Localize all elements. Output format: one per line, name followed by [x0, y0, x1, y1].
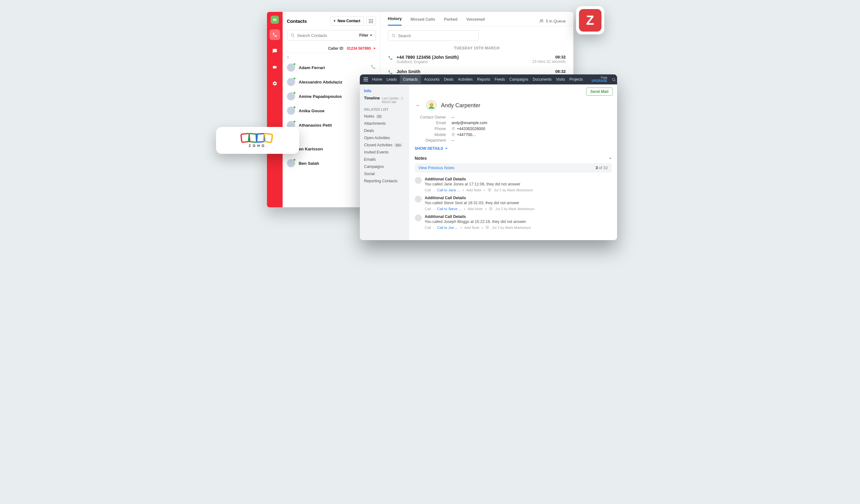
chevron-down-icon[interactable] — [609, 156, 612, 161]
user-avatar[interactable]: IM — [271, 16, 279, 24]
plan-indicator[interactable]: FreeUPGRADE — [592, 76, 607, 83]
apps-grid-button[interactable] — [367, 16, 376, 26]
menu-home[interactable]: Home — [372, 77, 382, 82]
chevron-down-icon — [373, 46, 376, 51]
menu-accounts[interactable]: Accounts — [424, 77, 440, 82]
lock-icon: ⦿ — [486, 226, 489, 230]
video-icon[interactable] — [270, 62, 280, 73]
svg-point-2 — [542, 20, 543, 20]
contact-name: en Karlsson — [299, 147, 323, 151]
count-badge: 10 — [376, 115, 382, 118]
note-link[interactable]: Call to Steve ... — [437, 207, 461, 211]
side-item-emails[interactable]: Emails — [364, 157, 405, 162]
svg-point-0 — [291, 34, 293, 36]
search-icon[interactable] — [612, 77, 616, 82]
settings-icon[interactable] — [270, 78, 280, 89]
filter-button[interactable]: Filter — [359, 33, 372, 38]
crm-main: Send Mail ← 👨‍🦲 Andy Carpenter Contact O… — [409, 84, 617, 240]
side-item-social[interactable]: Social — [364, 172, 405, 176]
tab-voicemail[interactable]: Voicemail — [466, 17, 485, 25]
tab-missed-calls[interactable]: Missed Calls — [411, 17, 435, 25]
main-tabs: HistoryMissed CallsParkedVoicemail 5 in … — [381, 12, 573, 26]
tab-history[interactable]: History — [388, 16, 402, 26]
tab-parked[interactable]: Parked — [444, 17, 457, 25]
dept-value: -- — [452, 138, 454, 143]
note-subtitle: You called Steve Seol at 16:31:03, they … — [425, 201, 612, 205]
menu-leads[interactable]: Leads — [387, 77, 397, 82]
note-byline: Jul 2 by Mark Marketson — [492, 226, 531, 230]
chat-icon[interactable] — [270, 46, 280, 56]
menu-visits[interactable]: Visits — [556, 77, 565, 82]
contacts-search-field[interactable] — [297, 33, 357, 38]
note-link[interactable]: Call to Jane ... — [437, 188, 460, 192]
lock-icon: ⦿ — [489, 207, 493, 211]
history-search-field[interactable] — [398, 33, 475, 38]
hamburger-icon[interactable] — [363, 77, 368, 81]
add-note-button[interactable]: Add Note — [467, 188, 482, 192]
note-byline: Jul 2 by Mark Marketson — [494, 188, 533, 192]
menu-feeds[interactable]: Feeds — [494, 77, 505, 82]
menu-activities[interactable]: Activities — [458, 77, 473, 82]
phone-icon[interactable] — [270, 29, 280, 40]
send-mail-button[interactable]: Send Mail — [586, 88, 613, 96]
history-search-input[interactable] — [388, 30, 478, 41]
side-timeline[interactable]: Timeline Last Update : 1 day(s) ago — [364, 96, 405, 103]
phone-value[interactable]: ✆+443301026000☜ — [452, 126, 486, 131]
crm-side-panel: Info Timeline Last Update : 1 day(s) ago… — [360, 84, 409, 240]
menu-contacts[interactable]: Contacts — [400, 75, 421, 84]
back-arrow-icon[interactable]: ← — [415, 102, 422, 109]
caller-id-selector[interactable]: Caller ID 01234 567890 — [283, 44, 380, 53]
side-info[interactable]: Info — [364, 89, 405, 93]
history-title: +44 7890 123456 (John Smith) — [397, 55, 529, 60]
svg-point-4 — [613, 78, 615, 81]
queue-indicator[interactable]: 5 in Queue — [539, 18, 566, 24]
add-note-button[interactable]: Add Note — [464, 226, 479, 230]
mobile-value[interactable]: ✆+447700... — [452, 132, 475, 137]
side-item-attachments[interactable]: Attachments — [364, 121, 405, 126]
side-item-open-activities[interactable]: Open Activities — [364, 136, 405, 140]
contact-item[interactable]: Adam Ferrari — [283, 60, 380, 75]
contact-name: Alessandro Abdulaziz — [299, 80, 343, 84]
call-icon[interactable] — [371, 64, 376, 71]
side-item-invited-events[interactable]: Invited Events — [364, 150, 405, 155]
plus-icon: + — [333, 19, 336, 23]
side-item-deals[interactable]: Deals — [364, 129, 405, 133]
owner-value: -- — [452, 115, 454, 119]
side-item-notes[interactable]: Notes10 — [364, 114, 405, 118]
menu-documents[interactable]: Documents — [533, 77, 552, 82]
alpha-header-a: A — [283, 53, 380, 60]
chevron-down-icon — [370, 33, 372, 38]
menu-projects[interactable]: Projects — [569, 77, 583, 82]
lock-icon: ⦿ — [488, 188, 491, 192]
note-type: Call — [425, 188, 431, 192]
note-link[interactable]: Call to Joe ... — [437, 226, 458, 230]
new-contact-label: New Contact — [338, 19, 360, 23]
email-value[interactable]: andy@example.com — [452, 121, 487, 125]
dept-label: Department — [415, 138, 446, 143]
contacts-search-input[interactable]: Filter — [287, 30, 376, 41]
side-item-closed-activities[interactable]: Closed Activities10+ — [364, 143, 405, 147]
view-previous-notes[interactable]: View Previous Notes 3 of 10 — [415, 163, 612, 173]
crm-window: HomeLeadsContactsAccountsDealsActivities… — [360, 74, 617, 240]
side-item-campaigns[interactable]: Campaigns — [364, 164, 405, 169]
contact-avatar — [287, 63, 295, 72]
notes-header: Notes — [415, 156, 427, 161]
add-note-button[interactable]: Add Note — [468, 207, 483, 211]
history-item[interactable]: +44 7890 123456 (John Smith)Guildford, E… — [381, 52, 573, 67]
history-time: 08:32 — [532, 69, 566, 74]
contact-name: Anika Gouse — [299, 109, 325, 113]
crm-top-menu: HomeLeadsContactsAccountsDealsActivities… — [360, 74, 617, 84]
contact-name: Andy Carpenter — [441, 102, 481, 109]
show-details-button[interactable]: SHOW DETAILS — [409, 143, 617, 154]
menu-deals[interactable]: Deals — [444, 77, 454, 82]
menu-campaigns[interactable]: Campaigns — [509, 77, 528, 82]
grid-icon — [369, 19, 373, 23]
note-byline: Jul 2 by Mark Marketson — [495, 207, 534, 211]
history-time: 08:32 — [532, 55, 566, 59]
email-label: Email — [415, 121, 446, 125]
related-list-header: RELATED LIST — [364, 107, 405, 111]
menu-reports[interactable]: Reports — [477, 77, 490, 82]
note-item: Additional Call Details You called Jane … — [409, 174, 617, 193]
new-contact-button[interactable]: + New Contact — [330, 16, 364, 26]
side-item-reporting-contacts[interactable]: Reporting Contacts — [364, 179, 405, 183]
